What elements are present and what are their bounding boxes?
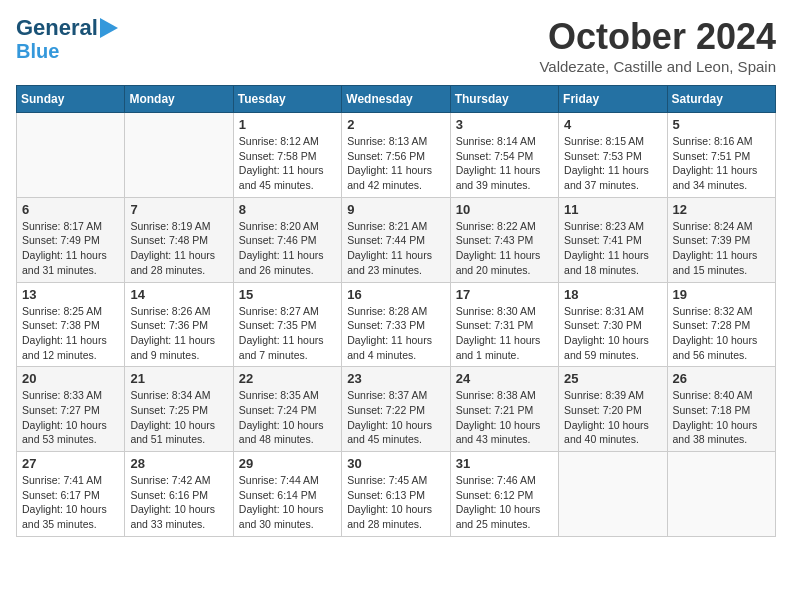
cell-content: Sunrise: 8:20 AM Sunset: 7:46 PM Dayligh… — [239, 219, 336, 278]
day-number: 22 — [239, 371, 336, 386]
calendar-cell: 19Sunrise: 8:32 AM Sunset: 7:28 PM Dayli… — [667, 282, 775, 367]
page-subtitle: Valdezate, Castille and Leon, Spain — [539, 58, 776, 75]
cell-content: Sunrise: 8:13 AM Sunset: 7:56 PM Dayligh… — [347, 134, 444, 193]
day-number: 25 — [564, 371, 661, 386]
cell-content: Sunrise: 8:21 AM Sunset: 7:44 PM Dayligh… — [347, 219, 444, 278]
day-number: 15 — [239, 287, 336, 302]
calendar-row-2: 13Sunrise: 8:25 AM Sunset: 7:38 PM Dayli… — [17, 282, 776, 367]
calendar-cell: 27Sunrise: 7:41 AM Sunset: 6:17 PM Dayli… — [17, 452, 125, 537]
col-header-sunday: Sunday — [17, 86, 125, 113]
calendar-row-0: 1Sunrise: 8:12 AM Sunset: 7:58 PM Daylig… — [17, 113, 776, 198]
cell-content: Sunrise: 8:39 AM Sunset: 7:20 PM Dayligh… — [564, 388, 661, 447]
cell-content: Sunrise: 8:33 AM Sunset: 7:27 PM Dayligh… — [22, 388, 119, 447]
logo-text: General — [16, 16, 98, 40]
calendar-cell: 22Sunrise: 8:35 AM Sunset: 7:24 PM Dayli… — [233, 367, 341, 452]
calendar-cell: 12Sunrise: 8:24 AM Sunset: 7:39 PM Dayli… — [667, 197, 775, 282]
calendar-cell: 16Sunrise: 8:28 AM Sunset: 7:33 PM Dayli… — [342, 282, 450, 367]
day-number: 31 — [456, 456, 553, 471]
day-number: 5 — [673, 117, 770, 132]
cell-content: Sunrise: 8:26 AM Sunset: 7:36 PM Dayligh… — [130, 304, 227, 363]
calendar-cell: 1Sunrise: 8:12 AM Sunset: 7:58 PM Daylig… — [233, 113, 341, 198]
day-number: 7 — [130, 202, 227, 217]
day-number: 2 — [347, 117, 444, 132]
cell-content: Sunrise: 7:46 AM Sunset: 6:12 PM Dayligh… — [456, 473, 553, 532]
calendar-row-4: 27Sunrise: 7:41 AM Sunset: 6:17 PM Dayli… — [17, 452, 776, 537]
calendar-cell: 31Sunrise: 7:46 AM Sunset: 6:12 PM Dayli… — [450, 452, 558, 537]
cell-content: Sunrise: 8:22 AM Sunset: 7:43 PM Dayligh… — [456, 219, 553, 278]
calendar-cell: 10Sunrise: 8:22 AM Sunset: 7:43 PM Dayli… — [450, 197, 558, 282]
day-number: 12 — [673, 202, 770, 217]
calendar-cell: 20Sunrise: 8:33 AM Sunset: 7:27 PM Dayli… — [17, 367, 125, 452]
day-number: 27 — [22, 456, 119, 471]
cell-content: Sunrise: 8:35 AM Sunset: 7:24 PM Dayligh… — [239, 388, 336, 447]
day-number: 30 — [347, 456, 444, 471]
cell-content: Sunrise: 8:32 AM Sunset: 7:28 PM Dayligh… — [673, 304, 770, 363]
page-header: General Blue October 2024 Valdezate, Cas… — [16, 16, 776, 75]
cell-content: Sunrise: 7:41 AM Sunset: 6:17 PM Dayligh… — [22, 473, 119, 532]
calendar-cell: 4Sunrise: 8:15 AM Sunset: 7:53 PM Daylig… — [559, 113, 667, 198]
cell-content: Sunrise: 8:25 AM Sunset: 7:38 PM Dayligh… — [22, 304, 119, 363]
cell-content: Sunrise: 8:14 AM Sunset: 7:54 PM Dayligh… — [456, 134, 553, 193]
calendar-cell: 24Sunrise: 8:38 AM Sunset: 7:21 PM Dayli… — [450, 367, 558, 452]
day-number: 17 — [456, 287, 553, 302]
calendar-cell: 8Sunrise: 8:20 AM Sunset: 7:46 PM Daylig… — [233, 197, 341, 282]
day-number: 11 — [564, 202, 661, 217]
col-header-thursday: Thursday — [450, 86, 558, 113]
calendar-cell: 3Sunrise: 8:14 AM Sunset: 7:54 PM Daylig… — [450, 113, 558, 198]
calendar-body: 1Sunrise: 8:12 AM Sunset: 7:58 PM Daylig… — [17, 113, 776, 537]
calendar-cell: 26Sunrise: 8:40 AM Sunset: 7:18 PM Dayli… — [667, 367, 775, 452]
day-number: 18 — [564, 287, 661, 302]
calendar-cell: 9Sunrise: 8:21 AM Sunset: 7:44 PM Daylig… — [342, 197, 450, 282]
day-number: 24 — [456, 371, 553, 386]
day-number: 14 — [130, 287, 227, 302]
cell-content: Sunrise: 8:40 AM Sunset: 7:18 PM Dayligh… — [673, 388, 770, 447]
cell-content: Sunrise: 8:19 AM Sunset: 7:48 PM Dayligh… — [130, 219, 227, 278]
col-header-saturday: Saturday — [667, 86, 775, 113]
day-number: 8 — [239, 202, 336, 217]
calendar-row-3: 20Sunrise: 8:33 AM Sunset: 7:27 PM Dayli… — [17, 367, 776, 452]
cell-content: Sunrise: 8:23 AM Sunset: 7:41 PM Dayligh… — [564, 219, 661, 278]
cell-content: Sunrise: 8:34 AM Sunset: 7:25 PM Dayligh… — [130, 388, 227, 447]
cell-content: Sunrise: 8:17 AM Sunset: 7:49 PM Dayligh… — [22, 219, 119, 278]
col-header-friday: Friday — [559, 86, 667, 113]
calendar-cell: 15Sunrise: 8:27 AM Sunset: 7:35 PM Dayli… — [233, 282, 341, 367]
calendar-cell — [17, 113, 125, 198]
cell-content: Sunrise: 8:38 AM Sunset: 7:21 PM Dayligh… — [456, 388, 553, 447]
day-number: 28 — [130, 456, 227, 471]
calendar-cell: 17Sunrise: 8:30 AM Sunset: 7:31 PM Dayli… — [450, 282, 558, 367]
cell-content: Sunrise: 7:42 AM Sunset: 6:16 PM Dayligh… — [130, 473, 227, 532]
calendar-cell — [559, 452, 667, 537]
day-number: 20 — [22, 371, 119, 386]
day-number: 26 — [673, 371, 770, 386]
cell-content: Sunrise: 8:12 AM Sunset: 7:58 PM Dayligh… — [239, 134, 336, 193]
calendar-cell: 6Sunrise: 8:17 AM Sunset: 7:49 PM Daylig… — [17, 197, 125, 282]
cell-content: Sunrise: 7:44 AM Sunset: 6:14 PM Dayligh… — [239, 473, 336, 532]
title-block: October 2024 Valdezate, Castille and Leo… — [539, 16, 776, 75]
day-number: 13 — [22, 287, 119, 302]
cell-content: Sunrise: 8:30 AM Sunset: 7:31 PM Dayligh… — [456, 304, 553, 363]
header-row: SundayMondayTuesdayWednesdayThursdayFrid… — [17, 86, 776, 113]
cell-content: Sunrise: 8:24 AM Sunset: 7:39 PM Dayligh… — [673, 219, 770, 278]
calendar-cell: 13Sunrise: 8:25 AM Sunset: 7:38 PM Dayli… — [17, 282, 125, 367]
cell-content: Sunrise: 8:37 AM Sunset: 7:22 PM Dayligh… — [347, 388, 444, 447]
col-header-tuesday: Tuesday — [233, 86, 341, 113]
calendar-cell: 11Sunrise: 8:23 AM Sunset: 7:41 PM Dayli… — [559, 197, 667, 282]
day-number: 1 — [239, 117, 336, 132]
calendar-cell — [125, 113, 233, 198]
cell-content: Sunrise: 8:27 AM Sunset: 7:35 PM Dayligh… — [239, 304, 336, 363]
calendar-cell: 21Sunrise: 8:34 AM Sunset: 7:25 PM Dayli… — [125, 367, 233, 452]
cell-content: Sunrise: 8:28 AM Sunset: 7:33 PM Dayligh… — [347, 304, 444, 363]
day-number: 4 — [564, 117, 661, 132]
day-number: 9 — [347, 202, 444, 217]
day-number: 19 — [673, 287, 770, 302]
calendar-cell: 7Sunrise: 8:19 AM Sunset: 7:48 PM Daylig… — [125, 197, 233, 282]
day-number: 21 — [130, 371, 227, 386]
calendar-cell: 23Sunrise: 8:37 AM Sunset: 7:22 PM Dayli… — [342, 367, 450, 452]
calendar-cell: 18Sunrise: 8:31 AM Sunset: 7:30 PM Dayli… — [559, 282, 667, 367]
calendar-cell: 14Sunrise: 8:26 AM Sunset: 7:36 PM Dayli… — [125, 282, 233, 367]
calendar-cell: 2Sunrise: 8:13 AM Sunset: 7:56 PM Daylig… — [342, 113, 450, 198]
cell-content: Sunrise: 7:45 AM Sunset: 6:13 PM Dayligh… — [347, 473, 444, 532]
day-number: 23 — [347, 371, 444, 386]
calendar-cell: 30Sunrise: 7:45 AM Sunset: 6:13 PM Dayli… — [342, 452, 450, 537]
page-title: October 2024 — [539, 16, 776, 58]
